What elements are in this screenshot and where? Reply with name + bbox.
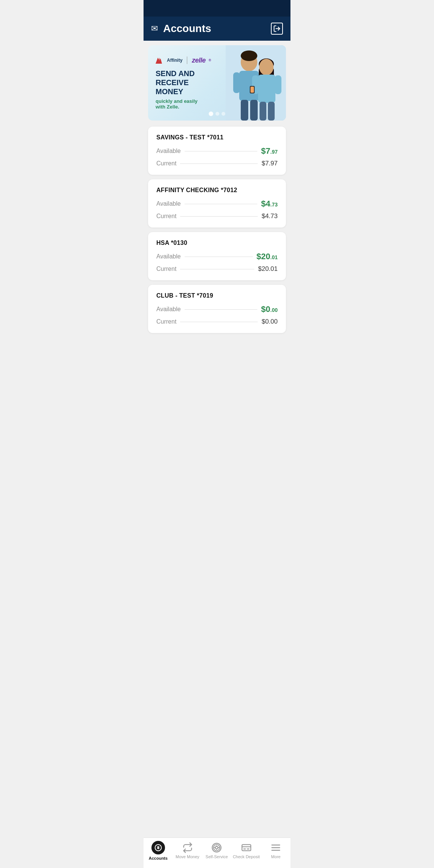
current-amount-checking: $4.73 — [261, 212, 278, 220]
current-row-checking: Current $4.73 — [156, 212, 278, 220]
self-service-icon — [211, 842, 222, 853]
check-deposit-nav-icon — [241, 842, 252, 853]
svg-rect-9 — [241, 100, 248, 121]
divider-line — [180, 269, 254, 269]
move-money-nav-icon — [182, 842, 193, 853]
available-label-savings: Available — [156, 148, 181, 154]
divider-line — [180, 322, 258, 322]
current-row-savings: Current $7.97 — [156, 160, 278, 167]
affinity-logo-icon — [156, 57, 165, 64]
check-deposit-icon — [241, 842, 252, 853]
available-row-hsa: Available $20.01 — [156, 252, 278, 261]
nav-item-self-service[interactable]: Self-Service — [203, 842, 230, 859]
zelle-logo: zelle — [192, 57, 206, 64]
account-name-savings: SAVINGS - TEST *7011 — [156, 134, 278, 141]
account-card-hsa[interactable]: HSA *0130 Available $20.01 Current $20.0… — [148, 232, 286, 280]
affinity-label: Affinity — [167, 58, 182, 63]
nav-item-check-deposit[interactable]: Check Deposit — [233, 842, 260, 859]
current-label-savings: Current — [156, 160, 176, 167]
current-label-hsa: Current — [156, 266, 176, 272]
account-name-club: CLUB - TEST *7019 — [156, 292, 278, 299]
available-label-hsa: Available — [156, 253, 181, 260]
available-label-checking: Available — [156, 200, 181, 207]
available-row-checking: Available $4.73 — [156, 199, 278, 209]
available-amount-hsa: $20.01 — [257, 252, 278, 261]
divider-line — [185, 257, 253, 257]
check-deposit-nav-label: Check Deposit — [233, 854, 260, 859]
current-row-club: Current $0.00 — [156, 318, 278, 326]
divider-line — [185, 204, 257, 204]
available-amount-club: $0.00 — [261, 304, 278, 314]
divider-line — [180, 164, 258, 164]
move-money-nav-label: Move Money — [176, 854, 199, 859]
bottom-navigation: Accounts Move Money Self-Service — [144, 837, 290, 868]
self-service-nav-label: Self-Service — [206, 854, 228, 859]
current-label-checking: Current — [156, 213, 176, 220]
divider-line — [185, 151, 257, 151]
svg-rect-21 — [268, 102, 275, 121]
available-row-savings: Available $7.97 — [156, 146, 278, 156]
svg-point-16 — [259, 59, 274, 75]
banner-subtitle: quickly and easilywith Zelle. — [156, 98, 218, 110]
svg-rect-23 — [251, 87, 254, 93]
banner-content: Affinity zelle® SEND ANDRECEIVE MONEY qu… — [148, 49, 226, 117]
svg-rect-17 — [258, 75, 275, 103]
divider-line — [185, 309, 257, 310]
status-bar — [144, 0, 290, 17]
accounts-list: SAVINGS - TEST *7011 Available $7.97 Cur… — [144, 124, 290, 367]
svg-rect-20 — [260, 102, 266, 121]
banner-logos: Affinity zelle® — [156, 57, 218, 64]
accounts-nav-icon — [151, 841, 165, 854]
svg-rect-19 — [275, 75, 281, 94]
promo-banner[interactable]: Affinity zelle® SEND ANDRECEIVE MONEY qu… — [148, 45, 286, 121]
dollar-circle-icon — [154, 844, 162, 851]
nav-item-more[interactable]: More — [263, 842, 289, 859]
accounts-nav-label: Accounts — [149, 856, 168, 860]
mail-icon[interactable]: ✉ — [151, 24, 158, 34]
svg-point-5 — [241, 50, 257, 61]
banner-image — [226, 45, 286, 121]
transfer-icon — [182, 842, 193, 853]
current-amount-savings: $7.97 — [261, 160, 278, 167]
app-header: ✉ Accounts — [144, 17, 290, 41]
logout-icon[interactable] — [271, 23, 283, 35]
current-amount-hsa: $20.01 — [258, 265, 278, 273]
divider-line — [180, 216, 258, 217]
current-label-club: Current — [156, 318, 176, 325]
nav-item-accounts[interactable]: Accounts — [145, 841, 171, 860]
svg-rect-10 — [250, 100, 258, 121]
account-card-checking[interactable]: AFFINITY CHECKING *7012 Available $4.73 … — [148, 179, 286, 228]
hamburger-icon — [270, 842, 281, 853]
available-row-club: Available $0.00 — [156, 304, 278, 314]
account-card-savings[interactable]: SAVINGS - TEST *7011 Available $7.97 Cur… — [148, 127, 286, 175]
available-amount-savings: $7.97 — [261, 146, 278, 156]
header-left: ✉ Accounts — [151, 23, 211, 35]
account-name-checking: AFFINITY CHECKING *7012 — [156, 187, 278, 194]
svg-rect-28 — [242, 845, 251, 851]
more-nav-icon — [270, 842, 281, 853]
available-label-club: Available — [156, 306, 181, 313]
more-nav-label: More — [271, 854, 281, 859]
people-illustration — [226, 45, 286, 121]
available-amount-checking: $4.73 — [261, 199, 278, 209]
account-name-hsa: HSA *0130 — [156, 240, 278, 246]
current-row-hsa: Current $20.01 — [156, 265, 278, 273]
nav-item-move-money[interactable]: Move Money — [174, 842, 201, 859]
page-title: Accounts — [163, 23, 211, 35]
banner-headline: SEND ANDRECEIVE MONEY — [156, 69, 218, 96]
affinity-logo: Affinity — [156, 57, 182, 64]
logo-divider — [187, 57, 187, 64]
self-service-nav-icon — [211, 842, 222, 853]
svg-rect-7 — [233, 72, 240, 93]
current-amount-club: $0.00 — [261, 318, 278, 326]
account-card-club[interactable]: CLUB - TEST *7019 Available $0.00 Curren… — [148, 285, 286, 333]
